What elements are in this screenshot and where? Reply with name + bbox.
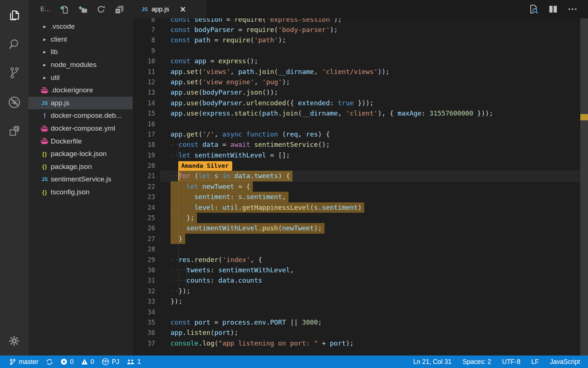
line-number: 14 xyxy=(133,98,155,108)
status-error-item[interactable]: 0 xyxy=(61,358,74,366)
tree-item-client[interactable]: ▸client xyxy=(28,33,133,46)
tree-item-label: package-lock.json xyxy=(51,150,107,158)
tree-item-util[interactable]: ▸util xyxy=(28,71,133,84)
code-line-16[interactable] xyxy=(160,119,580,129)
code-line-18[interactable]: ··const data = await sentimentService(); xyxy=(160,139,580,150)
code-line-14[interactable]: app.use(bodyParser.urlencoded({ extended… xyxy=(160,98,580,108)
debug-disabled-icon[interactable] xyxy=(0,91,28,113)
tab-app-js[interactable]: JS app.js × xyxy=(133,0,207,18)
tree-item-label: node_modules xyxy=(51,61,97,69)
search-icon[interactable] xyxy=(0,33,28,55)
code-content: const session = require('express-session… xyxy=(160,14,580,349)
code-line-32[interactable]: ··}); xyxy=(160,286,580,296)
explorer-title: E... xyxy=(40,6,51,13)
code-line-17[interactable]: app.get('/', async function (req, res) { xyxy=(160,129,580,139)
status-people-item[interactable]: 1 xyxy=(127,358,141,366)
line-number: 30 xyxy=(133,265,155,275)
tree-item-label: .dockerignore xyxy=(51,86,93,94)
tree-item-label: app.js xyxy=(51,99,69,107)
status-broadcast-item[interactable]: PJ xyxy=(102,358,119,366)
code-line-37[interactable]: console.log("app listening on port: " + … xyxy=(160,338,580,348)
tree-item-app-js[interactable]: JSapp.js xyxy=(28,97,133,110)
js-file-icon: JS xyxy=(141,6,148,12)
more-actions-icon[interactable] xyxy=(567,4,578,14)
collapse-folders-icon[interactable] xyxy=(114,4,124,14)
tree-item-docker-compose-deb-[interactable]: !docker-compose.deb... xyxy=(28,109,133,122)
code-line-29[interactable]: ··res.render('index', { xyxy=(160,255,580,265)
editor-scrollbar[interactable] xyxy=(580,18,588,355)
code-line-9[interactable] xyxy=(160,46,580,56)
tree-item-dockerfile[interactable]: Dockerfile xyxy=(28,135,133,148)
code-line-27[interactable]: ··} xyxy=(160,234,580,244)
tree-item-tsconfig-json[interactable]: {}tsconfig.json xyxy=(28,186,133,199)
status-language[interactable]: JavaScript xyxy=(550,358,580,366)
json-file-icon: {} xyxy=(40,189,50,195)
status-indentation[interactable]: Spaces: 2 xyxy=(462,358,491,366)
code-line-23[interactable]: ······sentiment: s.sentiment, xyxy=(160,192,580,202)
status-cursor-position[interactable]: Ln 21, Col 31 xyxy=(413,358,451,366)
code-line-8[interactable]: const path = require('path'); xyxy=(160,35,580,45)
code-line-33[interactable]: }); xyxy=(160,296,580,307)
code-line-34[interactable] xyxy=(160,307,580,317)
tree-item--dockerignore[interactable]: .dockerignore xyxy=(28,84,133,97)
activity-bar xyxy=(0,0,28,355)
close-tab-icon[interactable]: × xyxy=(180,6,186,13)
status-label: PJ xyxy=(112,358,119,366)
source-control-icon[interactable] xyxy=(0,62,28,84)
refresh-icon[interactable] xyxy=(96,4,106,14)
extensions-icon[interactable] xyxy=(0,120,28,142)
broadcast-icon xyxy=(102,358,109,365)
code-line-36[interactable]: app.listen(port); xyxy=(160,328,580,338)
folder-chevron-icon: ▸ xyxy=(40,61,50,68)
open-preview-icon[interactable] xyxy=(528,4,539,15)
status-warning-item[interactable]: 0 xyxy=(81,358,94,366)
excl-file-icon: ! xyxy=(40,112,50,120)
status-eol[interactable]: LF xyxy=(531,358,539,366)
json-file-icon: {} xyxy=(40,163,50,170)
code-line-7[interactable]: const bodyParser = require('body-parser'… xyxy=(160,25,580,35)
line-number: 26 xyxy=(133,223,155,233)
settings-gear-icon[interactable] xyxy=(0,330,28,352)
code-line-10[interactable]: const app = express(); xyxy=(160,56,580,66)
code-line-21[interactable]: ··for (let s in data.tweets) {Amanda Sil… xyxy=(160,171,580,181)
code-line-30[interactable]: ····tweets: sentimentWithLevel, xyxy=(160,265,580,275)
tree-item-package-json[interactable]: {}package.json xyxy=(28,160,133,173)
line-number: 21 xyxy=(133,171,155,181)
collaborator-selection: ····sentimentWithLevel.push(newTweet); xyxy=(171,223,325,233)
code-line-19[interactable]: ··let sentimentWithLevel = []; xyxy=(160,150,580,160)
code-line-31[interactable]: ····counts: data.counts xyxy=(160,275,580,286)
tree-item-sentimentservice-js[interactable]: JSsentimentService.js xyxy=(28,173,133,186)
new-file-icon[interactable] xyxy=(60,4,69,14)
code-line-13[interactable]: app.use(bodyParser.json()); xyxy=(160,87,580,98)
git-branch-icon xyxy=(9,358,16,365)
code-line-11[interactable]: app.set('views', path.join(__dirname, 'c… xyxy=(160,67,580,77)
line-number: 20 xyxy=(133,160,155,171)
code-line-22[interactable]: ····let newTweet = { xyxy=(160,181,580,192)
folder-chevron-icon: ▸ xyxy=(40,74,50,81)
code-line-26[interactable]: ····sentimentWithLevel.push(newTweet); xyxy=(160,223,580,233)
collaborator-name-badge: Amanda Silver xyxy=(178,161,232,171)
collaborator-selection: for (let s in data.tweets) { xyxy=(179,171,293,181)
code-line-35[interactable]: const port = process.env.PORT || 3000; xyxy=(160,317,580,328)
explorer-icon[interactable] xyxy=(0,4,28,26)
code-line-28[interactable] xyxy=(160,244,580,254)
tree-item--vscode[interactable]: ▸.vscode xyxy=(28,20,133,33)
code-line-12[interactable]: app.set('view engine', 'pug'); xyxy=(160,77,580,87)
tree-item-node-modules[interactable]: ▸node_modules xyxy=(28,59,133,71)
warning-icon xyxy=(81,358,88,365)
line-number: 17 xyxy=(133,129,155,139)
docker-file-icon xyxy=(40,125,50,132)
tree-item-package-lock-json[interactable]: {}package-lock.json xyxy=(28,148,133,160)
tree-item-docker-compose-yml[interactable]: docker-compose.yml xyxy=(28,122,133,135)
line-number: 12 xyxy=(133,77,155,87)
split-editor-icon[interactable] xyxy=(548,4,558,14)
status-encoding[interactable]: UTF-8 xyxy=(502,358,520,366)
status-sync-icon[interactable] xyxy=(46,358,53,365)
line-number: 24 xyxy=(133,202,155,213)
code-line-15[interactable]: app.use(express.static(path.join(__dirna… xyxy=(160,108,580,118)
code-line-25[interactable]: ····}; xyxy=(160,213,580,223)
new-folder-icon[interactable] xyxy=(78,4,88,14)
code-line-24[interactable]: ······level: util.getHappinessLevel(s.se… xyxy=(160,202,580,213)
tree-item-lib[interactable]: ▸lib xyxy=(28,46,133,59)
status-git-branch-item[interactable]: master xyxy=(9,358,38,366)
